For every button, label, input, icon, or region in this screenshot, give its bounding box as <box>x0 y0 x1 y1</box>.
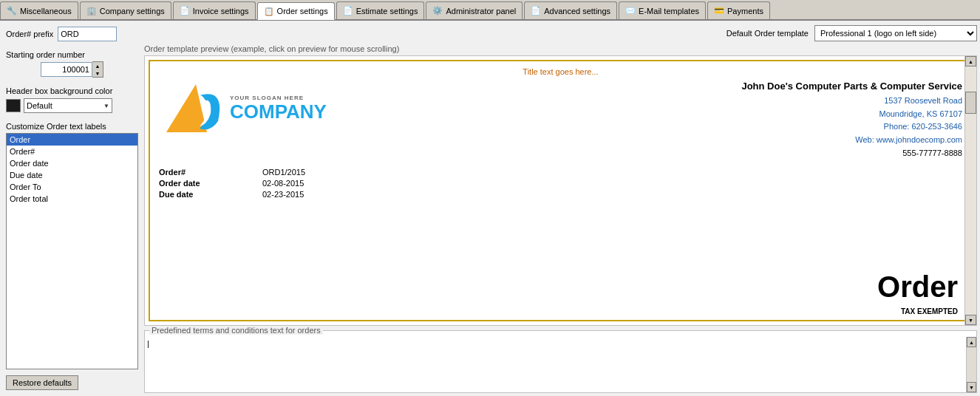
scroll-down-button[interactable]: ▼ <box>965 315 976 325</box>
advanced-icon: 📄 <box>531 6 541 16</box>
prefix-input[interactable] <box>58 27 117 41</box>
list-item[interactable]: Order total <box>7 193 137 205</box>
list-item[interactable]: Order <box>7 134 137 146</box>
spin-down-button[interactable]: ▼ <box>92 69 103 77</box>
terms-vscrollbar[interactable]: ▲ ▼ <box>966 337 976 392</box>
doc-logo: YOUR SLOGAN HERE COMPANY <box>159 81 327 136</box>
doc-order-big: Order <box>877 270 958 304</box>
list-item[interactable]: Order To <box>7 181 137 193</box>
address-line1: 1537 Roosevelt Road <box>741 95 962 108</box>
terms-scroll-down-button[interactable]: ▼ <box>967 382 976 392</box>
due-date-label: Due date <box>159 190 262 199</box>
terms-scroll-up-button[interactable]: ▲ <box>967 337 976 347</box>
doc-fields: Order# ORD1/2015 Order date 02-08-2015 D… <box>159 168 962 199</box>
tab-label: E-Mail templates <box>639 7 699 16</box>
default-template-label: Default Order template <box>727 29 809 38</box>
number-input-wrap: ▲ ▼ <box>6 61 138 78</box>
doc-address: 1537 Roosevelt Road Moundridge, KS 67107… <box>741 95 962 146</box>
terms-textarea[interactable]: | <box>145 337 966 392</box>
right-area: Default Order template Professional 1 (l… <box>144 21 980 396</box>
email-icon: ✉️ <box>625 6 636 16</box>
listbox[interactable]: Order Order# Order date Due date Order T… <box>6 133 138 369</box>
terms-inner: | ▲ ▼ <box>145 337 976 392</box>
doc-header: YOUR SLOGAN HERE COMPANY John Doe's Comp… <box>159 81 962 157</box>
document-icon: 📄 <box>180 6 190 16</box>
order-icon: 📋 <box>264 6 274 16</box>
customize-section: Customize Order text labels Order Order#… <box>6 119 138 369</box>
doc-title-text: Title text goes here... <box>159 67 962 76</box>
doc-company-name: John Doe's Computer Parts & Computer Ser… <box>741 81 962 92</box>
tab-estimate-settings[interactable]: 📄 Estimate settings <box>336 1 425 19</box>
terms-scroll-track <box>967 347 976 382</box>
terms-section: Predefined terms and conditions text for… <box>144 330 977 393</box>
restore-defaults-button[interactable]: Restore defaults <box>6 375 78 390</box>
tab-label: Miscellaneous <box>20 7 72 16</box>
color-name: Default <box>27 101 52 110</box>
tab-label: Invoice settings <box>193 7 249 16</box>
phone: Phone: 620-253-3646 <box>741 120 962 134</box>
doc-tax-exempt: TAX EXEMPTED <box>901 307 958 315</box>
tab-label: Payments <box>727 7 763 16</box>
tab-label: Order settings <box>277 7 328 16</box>
order-num-label: Order# <box>159 168 262 177</box>
web: Web: www.johndoecomp.com <box>741 134 962 147</box>
template-dropdown[interactable]: Professional 1 (logo on left side) <box>814 25 977 41</box>
tab-label: Administrator panel <box>446 7 516 16</box>
fax: 555-77777-8888 <box>741 148 962 157</box>
company-text-block: YOUR SLOGAN HERE COMPANY <box>230 95 327 123</box>
color-swatch <box>6 99 21 112</box>
tab-label: Estimate settings <box>356 7 418 16</box>
terms-legend: Predefined terms and conditions text for… <box>149 326 323 335</box>
scroll-track <box>965 66 976 315</box>
prefix-row: Order# prefix <box>6 27 138 41</box>
order-date-label: Order date <box>159 179 262 188</box>
left-panel: Order# prefix Starting order number ▲ ▼ … <box>0 21 144 396</box>
header-color-label: Header box background color <box>6 86 138 95</box>
payment-icon: 💳 <box>714 6 724 16</box>
list-item[interactable]: Order# <box>7 146 137 157</box>
header-color-section: Header box background color Default ▼ <box>6 83 138 113</box>
spin-up-button[interactable]: ▲ <box>92 62 103 69</box>
logo-svg <box>159 81 225 136</box>
tab-label: Company settings <box>100 7 165 16</box>
admin-icon: ⚙️ <box>432 6 443 16</box>
color-dropdown[interactable]: Default ▼ <box>24 98 112 113</box>
tab-label: Advanced settings <box>544 7 610 16</box>
tab-invoice-settings[interactable]: 📄 Invoice settings <box>173 1 256 19</box>
wrench-icon: 🔧 <box>7 6 17 16</box>
starting-order-section: Starting order number ▲ ▼ <box>6 47 138 78</box>
doc-company-info: John Doe's Computer Parts & Computer Ser… <box>741 81 962 157</box>
tab-email-templates[interactable]: ✉️ E-Mail templates <box>619 1 706 19</box>
preview-vscrollbar[interactable]: ▲ ▼ <box>964 56 976 325</box>
preview-section[interactable]: Title text goes here... <box>144 55 977 326</box>
order-num-value: ORD1/2015 <box>262 168 358 177</box>
preview-border: Title text goes here... <box>149 60 973 321</box>
list-item[interactable]: Order date <box>7 157 137 169</box>
estimate-icon: 📄 <box>343 6 353 16</box>
order-date-value: 02-08-2015 <box>262 179 358 188</box>
tab-order-settings[interactable]: 📋 Order settings <box>257 2 335 20</box>
scroll-up-button[interactable]: ▲ <box>965 56 976 66</box>
address-line2: Moundridge, KS 67107 <box>741 108 962 121</box>
tab-bar: 🔧 Miscellaneous 🏢 Company settings 📄 Inv… <box>0 0 980 21</box>
starting-order-label: Starting order number <box>6 50 138 59</box>
top-controls: Default Order template Professional 1 (l… <box>144 25 977 41</box>
tab-advanced-settings[interactable]: 📄 Advanced settings <box>524 1 617 19</box>
due-date-value: 02-23-2015 <box>262 190 358 199</box>
list-item[interactable]: Due date <box>7 169 137 181</box>
customize-label: Customize Order text labels <box>6 122 138 131</box>
tab-company-settings[interactable]: 🏢 Company settings <box>80 1 171 19</box>
company-brand: COMPANY <box>230 101 327 123</box>
color-row: Default ▼ <box>6 98 138 113</box>
tab-payments[interactable]: 💳 Payments <box>707 1 770 19</box>
dropdown-arrow-icon: ▼ <box>103 103 109 109</box>
building-icon: 🏢 <box>86 6 97 16</box>
tab-miscellaneous[interactable]: 🔧 Miscellaneous <box>0 1 78 19</box>
prefix-label: Order# prefix <box>6 30 53 38</box>
tab-administrator-panel[interactable]: ⚙️ Administrator panel <box>426 1 523 19</box>
scroll-thumb[interactable] <box>965 92 976 114</box>
spin-buttons: ▲ ▼ <box>92 61 103 78</box>
starting-order-input[interactable] <box>41 62 92 77</box>
main-content: Order# prefix Starting order number ▲ ▼ … <box>0 21 980 396</box>
preview-label: Order template preview (example, click o… <box>144 44 977 53</box>
